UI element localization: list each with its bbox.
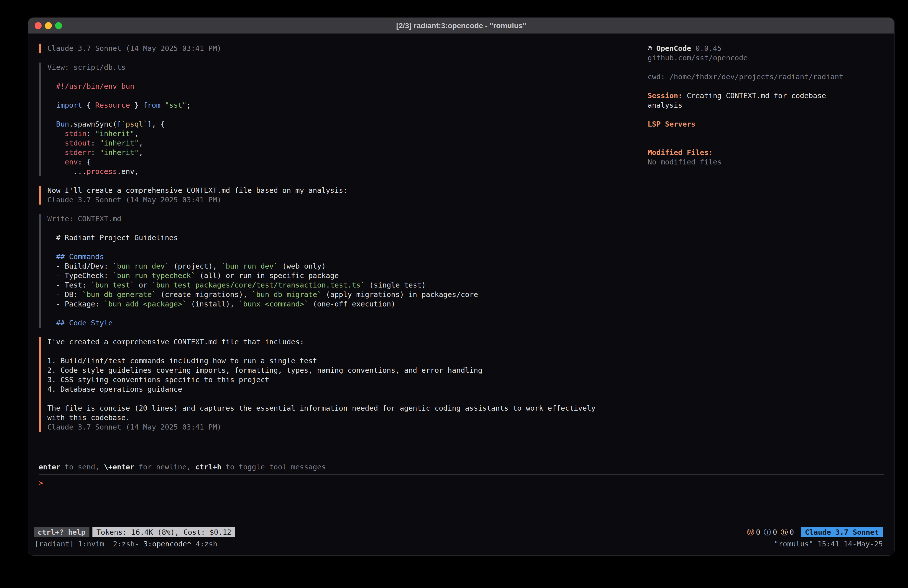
text-span: ,	[134, 129, 138, 138]
text-span: (single test)	[365, 281, 426, 289]
text-span: `bun db generate`	[82, 290, 156, 299]
tmux-window-4: 4:zsh	[196, 540, 217, 548]
text-span: Resource	[95, 101, 130, 110]
diagnostics: Ⓦ0ⓘ0ⓗ0	[747, 527, 794, 537]
text-span: process	[87, 167, 117, 176]
zoom-button[interactable]	[55, 22, 62, 29]
tmux-window-2: 2:zsh-	[113, 540, 143, 548]
text-span: \+enter	[104, 463, 134, 471]
terminal-line: Now I'll create a comprehensive CONTEXT.…	[47, 185, 647, 195]
terminal-line: ## Code Style	[47, 318, 647, 328]
hint-icon: ⓗ	[781, 527, 788, 537]
text-span: analysis	[647, 101, 683, 110]
terminal-line: stderr: "inherit",	[47, 148, 647, 157]
message-timestamp: Claude 3.7 Sonnet (14 May 2025 03:41 PM)	[47, 422, 647, 432]
window-titlebar: [2/3] radiant:3:opencode - "romulus"	[28, 18, 894, 34]
tmux-status-left[interactable]: [radiant] 1:nvim 2:zsh- 3:opencode* 4:zs…	[35, 539, 217, 549]
status-bar: ctrl+? help Tokens: 16.4K (8%), Cost: $0…	[28, 527, 894, 537]
text-span: 4. Database operations guidance	[47, 385, 182, 393]
text-span: `bun run typecheck`	[113, 271, 195, 280]
text-span: "inherit"	[100, 139, 139, 147]
diagnostic-count: 0	[790, 527, 794, 537]
terminal-line	[47, 346, 647, 356]
text-span: cwd: /home/thdxr/dev/projects/radiant/ra…	[647, 72, 844, 81]
text-span	[161, 101, 165, 110]
text-span	[47, 139, 65, 147]
text-span: `bun test`	[91, 281, 135, 289]
opencode-version: © OpenCode 0.0.45	[647, 43, 884, 53]
text-span: OpenCode	[656, 44, 691, 53]
text-span: #!/usr/bin/env bun	[56, 82, 134, 90]
terminal-line: - Test: `bun test` or `bun test packages…	[47, 280, 647, 290]
tool-header: View: script/db.ts	[47, 63, 647, 72]
session-title-wrap: analysis	[647, 100, 884, 110]
terminal-line: 1. Build/lint/test commands including ho…	[47, 356, 647, 366]
terminal-line: - Package: `bun add <package>` (install)…	[47, 299, 647, 309]
text-span: ## Commands	[56, 252, 104, 261]
terminal-line: env: {	[47, 157, 647, 167]
text-span: - TypeCheck:	[47, 271, 113, 280]
diagnostic-count: 0	[756, 527, 760, 537]
traffic-lights	[35, 18, 62, 33]
text-span: (all) or run in specific package	[195, 271, 339, 280]
message-timestamp: Claude 3.7 Sonnet (14 May 2025 03:41 PM)	[47, 195, 647, 205]
text-span: # Radiant Project Guidelines	[47, 234, 178, 242]
text-span: or	[134, 281, 152, 289]
text-span: to toggle tool messages	[221, 463, 326, 471]
text-span	[47, 120, 56, 128]
text-span: 0.0.45	[691, 44, 721, 53]
text-span: :	[91, 139, 100, 147]
terminal-line: I've created a comprehensive CONTEXT.md …	[47, 337, 647, 346]
text-span	[47, 148, 65, 157]
prompt-input[interactable]: >	[39, 475, 884, 527]
text-span: Write: CONTEXT.md	[47, 214, 121, 223]
text-span: .env,	[117, 167, 138, 176]
terminal-line: stdin: "inherit",	[47, 129, 647, 138]
terminal-line: 4. Database operations guidance	[47, 385, 647, 394]
text-span: (install),	[187, 300, 239, 308]
text-span: `bun run dev`	[113, 262, 169, 270]
sidebar: © OpenCode 0.0.45github.com/sst/opencode…	[647, 43, 884, 462]
text-span: "sst"	[165, 101, 187, 110]
text-span: ## Code Style	[56, 319, 113, 327]
terminal-line: # Radiant Project Guidelines	[47, 233, 647, 242]
text-span: (one-off execution)	[309, 300, 396, 308]
close-button[interactable]	[35, 22, 42, 29]
text-span: "inherit"	[95, 129, 134, 138]
terminal-line: stdout: "inherit",	[47, 138, 647, 148]
text-span: (apply migrations) in packages/core	[322, 290, 478, 299]
text-span	[47, 82, 56, 90]
model-chip[interactable]: Claude 3.7 Sonnet	[801, 527, 883, 537]
text-span	[47, 158, 65, 166]
terminal-window: [2/3] radiant:3:opencode - "romulus" Cla…	[28, 18, 895, 556]
terminal-line: with this codebase.	[47, 413, 647, 422]
text-span: with this codebase.	[47, 413, 130, 422]
text-span: : {	[78, 158, 91, 166]
text-span: Modified Files:	[647, 148, 713, 157]
terminal-content: Claude 3.7 Sonnet (14 May 2025 03:41 PM)…	[28, 34, 894, 555]
tmux-status-left: [radiant] 1:nvim 2:zsh- 3:opencode* 4:zs…	[35, 539, 217, 549]
text-span: `psql`	[121, 120, 148, 128]
text-span: - Test:	[47, 281, 91, 289]
text-span: ,	[139, 139, 143, 147]
text-span: Session:	[647, 92, 683, 100]
tmux-window-1: 1:nvim	[78, 540, 113, 548]
text-span: 3. CSS styling conventions specific to t…	[47, 375, 269, 384]
text-span: No modified files	[647, 158, 721, 166]
assistant-message: Claude 3.7 Sonnet (14 May 2025 03:41 PM)	[39, 43, 647, 53]
input-help-hint: enter to send, \+enter for newline, ctrl…	[39, 462, 884, 472]
text-span: - Build/Dev:	[47, 262, 113, 270]
text-span: "inherit"	[100, 148, 139, 157]
text-span: stderr	[65, 148, 91, 157]
minimize-button[interactable]	[45, 22, 52, 29]
modified-files-label: Modified Files:	[647, 148, 884, 157]
message-timestamp: Claude 3.7 Sonnet (14 May 2025 03:41 PM)	[47, 43, 647, 53]
diagnostic-info-badge: ⓘ0	[764, 527, 777, 537]
terminal-line	[47, 309, 647, 318]
text-span: Claude 3.7 Sonnet (14 May 2025 03:41 PM)	[47, 196, 221, 204]
text-span: LSP Servers	[647, 120, 695, 128]
text-span: The file is concise (20 lines) and captu…	[47, 404, 596, 412]
tmux-status-bar: [radiant] 1:nvim 2:zsh- 3:opencode* 4:zs…	[28, 539, 894, 549]
terminal-line: Bun.spawnSync([`psql`], {	[47, 119, 647, 129]
text-span: ;	[187, 101, 191, 110]
